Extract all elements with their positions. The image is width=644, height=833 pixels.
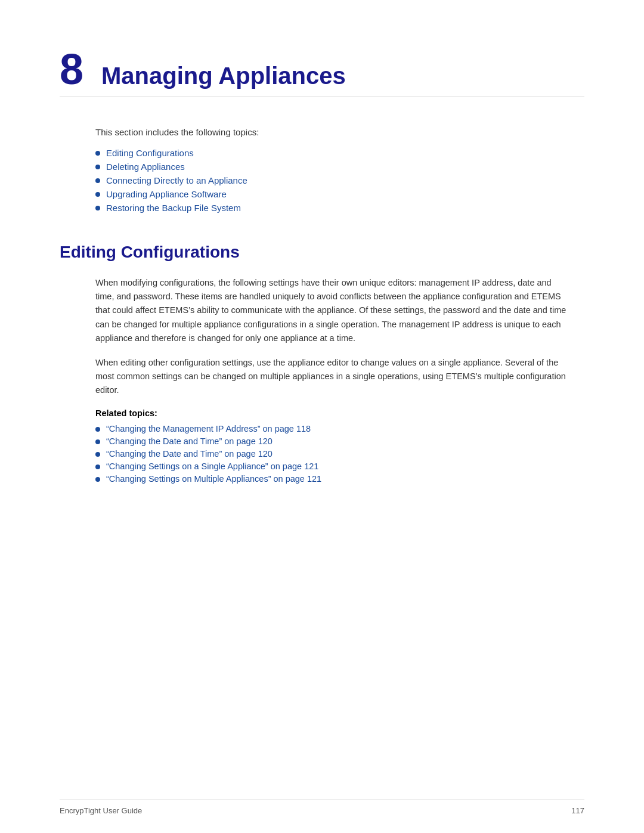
bullet-icon — [95, 452, 100, 457]
toc-link-deleting-appliances[interactable]: Deleting Appliances — [106, 162, 185, 172]
page-footer: EncrypTight User Guide 117 — [60, 806, 584, 815]
chapter-header: 8 Managing Appliances — [60, 48, 584, 91]
section-title-editing-configurations: Editing Configurations — [60, 243, 584, 262]
related-link-3[interactable]: “Changing the Date and Time” on page 120 — [106, 449, 273, 459]
related-topics-label: Related topics: — [95, 408, 584, 418]
bullet-icon — [95, 165, 100, 169]
related-link-4[interactable]: “Changing Settings on a Single Appliance… — [106, 462, 318, 471]
intro-text: This section includes the following topi… — [95, 127, 584, 137]
footer-left: EncrypTight User Guide — [60, 806, 142, 815]
section-editing-configurations: Editing Configurations When modifying co… — [60, 243, 584, 484]
list-item: “Changing Settings on a Single Appliance… — [95, 462, 584, 471]
toc-link-restoring-backup[interactable]: Restoring the Backup File System — [106, 203, 241, 213]
related-links-list: “Changing the Management IP Address” on … — [95, 424, 584, 484]
bullet-icon — [95, 465, 100, 469]
toc-link-editing-configurations[interactable]: Editing Configurations — [106, 148, 194, 158]
related-link-5[interactable]: “Changing Settings on Multiple Appliance… — [106, 474, 321, 484]
bullet-icon — [95, 178, 100, 183]
related-link-1[interactable]: “Changing the Management IP Address” on … — [106, 424, 311, 433]
list-item: Connecting Directly to an Appliance — [95, 175, 584, 185]
footer-divider — [60, 800, 584, 800]
list-item: “Changing the Date and Time” on page 120 — [95, 449, 584, 459]
section1-para2: When editing other configuration setting… — [95, 356, 572, 398]
footer-right: 117 — [571, 806, 584, 815]
chapter-divider — [60, 97, 584, 97]
toc-link-connecting-directly[interactable]: Connecting Directly to an Appliance — [106, 175, 247, 185]
list-item: Restoring the Backup File System — [95, 203, 584, 213]
list-item: “Changing Settings on Multiple Appliance… — [95, 474, 584, 484]
related-link-2[interactable]: “Changing the Date and Time” on page 120 — [106, 436, 273, 446]
bullet-icon — [95, 477, 100, 482]
list-item: Deleting Appliances — [95, 162, 584, 172]
list-item: Editing Configurations — [95, 148, 584, 158]
toc-link-upgrading-software[interactable]: Upgrading Appliance Software — [106, 189, 227, 199]
bullet-icon — [95, 206, 100, 210]
bullet-icon — [95, 151, 100, 156]
chapter-number: 8 — [60, 48, 83, 91]
list-item: Upgrading Appliance Software — [95, 189, 584, 199]
bullet-icon — [95, 427, 100, 432]
list-item: “Changing the Management IP Address” on … — [95, 424, 584, 433]
list-item: “Changing the Date and Time” on page 120 — [95, 436, 584, 446]
toc-list: Editing Configurations Deleting Applianc… — [95, 148, 584, 213]
section1-para1: When modifying configurations, the follo… — [95, 276, 572, 345]
bullet-icon — [95, 439, 100, 444]
chapter-title: Managing Appliances — [101, 63, 346, 89]
bullet-icon — [95, 192, 100, 197]
